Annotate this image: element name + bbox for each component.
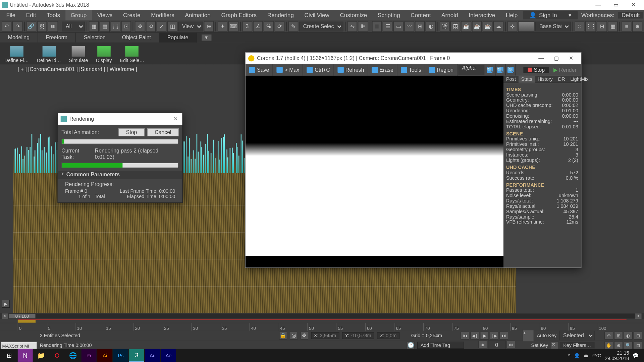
- ribbon-tab-freeform[interactable]: Freeform: [38, 33, 76, 43]
- goto-end-button[interactable]: ⏭: [500, 331, 508, 340]
- move-button[interactable]: ✥: [135, 21, 145, 32]
- corona-render-btn[interactable]: ▶ Render: [549, 67, 581, 73]
- nav-2-button[interactable]: ⊞: [614, 331, 623, 340]
- common-parameters-header[interactable]: Common Parameters: [58, 171, 182, 179]
- menu-create[interactable]: Create: [118, 10, 146, 20]
- corona-maximize-button[interactable]: ▢: [549, 54, 563, 62]
- menu-edit[interactable]: Edit: [21, 10, 41, 20]
- key-mode-selector[interactable]: Selected: [559, 331, 595, 341]
- tray-lang[interactable]: РУС: [591, 353, 601, 358]
- corona-tools-btn[interactable]: Tools: [397, 64, 425, 75]
- menu-grapheditors[interactable]: Graph Editors: [216, 10, 262, 20]
- time-slider[interactable]: < 0 / 100 >: [0, 313, 644, 319]
- workspace-selector[interactable]: Default: [618, 12, 643, 18]
- setkey-button[interactable]: Set Key: [529, 343, 550, 348]
- ribbon-define-idle[interactable]: Define Id…: [34, 44, 64, 63]
- corona-save-btn[interactable]: Save: [246, 64, 273, 75]
- corona-refresh-btn[interactable]: Refresh: [334, 64, 368, 75]
- expand-scene-explorer-button[interactable]: ▶: [2, 300, 10, 308]
- autokey-button[interactable]: Auto Key: [535, 333, 558, 338]
- close-button[interactable]: ✕: [625, 0, 642, 10]
- window-crossing-button[interactable]: ⊡: [121, 21, 131, 32]
- lock-selection-button[interactable]: 🔒: [279, 331, 287, 340]
- corona-channel-selector[interactable]: Alpha: [459, 65, 484, 75]
- menu-rendering[interactable]: Rendering: [262, 10, 299, 20]
- mirror-button[interactable]: ⇋: [347, 21, 357, 32]
- corona-render-view[interactable]: [246, 76, 503, 267]
- timeslider-prev-button[interactable]: <: [2, 313, 8, 319]
- corona-close-button[interactable]: ✕: [564, 54, 578, 62]
- corona-tab-post[interactable]: Post: [503, 76, 519, 83]
- toggle-ribbon-button[interactable]: ▭: [393, 21, 403, 32]
- play-button[interactable]: ▶: [480, 331, 489, 340]
- edit-named-sel[interactable]: ✎: [288, 21, 298, 32]
- ribbon-define-flow[interactable]: Define Fl…: [2, 44, 31, 63]
- select-object-button[interactable]: ▦: [89, 21, 99, 32]
- corona-zoom-fit-btn[interactable]: 🔍: [505, 64, 516, 75]
- taskbar-illustrator[interactable]: Ai: [97, 349, 112, 362]
- ribbon-edit-sel[interactable]: Edit Sele…: [117, 44, 147, 63]
- rendered-frame-button[interactable]: 🖼: [450, 21, 460, 32]
- set-key-button[interactable]: +: [523, 330, 534, 341]
- layers-plus-icon[interactable]: ⊕: [632, 21, 642, 32]
- corona-ctrlc-btn[interactable]: Ctrl+C: [303, 64, 334, 75]
- render-button[interactable]: ☕: [461, 21, 471, 32]
- rendering-dialog-titlebar[interactable]: Rendering ✕: [58, 113, 182, 125]
- taskbar-aftereffects[interactable]: Ae: [161, 349, 176, 362]
- nav-3-button[interactable]: ◐: [624, 331, 633, 340]
- menu-modifiers[interactable]: Modifiers: [146, 10, 179, 20]
- grid-2-button[interactable]: ⋮⋮: [586, 21, 596, 32]
- manipulate-button[interactable]: ✦: [218, 21, 227, 32]
- rotate-button[interactable]: ⟲: [146, 21, 156, 32]
- corona-minimize-button[interactable]: —: [534, 54, 548, 62]
- menu-civilview[interactable]: Civil View: [299, 10, 335, 20]
- corona-tab-history[interactable]: History: [535, 76, 555, 83]
- trackbar[interactable]: [18, 319, 627, 323]
- menu-interactive[interactable]: Interactive: [463, 10, 500, 20]
- menu-views[interactable]: Views: [92, 10, 118, 20]
- ribbon-collapse-button[interactable]: ▾: [201, 34, 212, 41]
- maximize-viewport-button[interactable]: ⊡: [634, 341, 642, 349]
- ribbon-tab-objectpaint[interactable]: Object Paint: [114, 33, 159, 43]
- layer-explorer-button[interactable]: ☰: [383, 21, 392, 32]
- nav-1-button[interactable]: ⊕: [604, 331, 613, 340]
- taskbar-chrome[interactable]: 🌐: [65, 349, 80, 362]
- redo-button[interactable]: ↷: [12, 21, 22, 32]
- menu-tools[interactable]: Tools: [41, 10, 65, 20]
- menu-content[interactable]: Content: [405, 10, 436, 20]
- rect-select-button[interactable]: ⬚: [110, 21, 120, 32]
- ribbon-tab-populate[interactable]: Populate: [159, 33, 197, 43]
- taskbar-explorer[interactable]: 📁: [34, 349, 49, 362]
- corona-region-btn[interactable]: Region: [425, 64, 458, 75]
- keyfilters-button[interactable]: Key Filters…: [560, 342, 595, 348]
- taskbar-audition[interactable]: Au: [145, 349, 160, 362]
- stop-button[interactable]: Stop: [118, 128, 144, 136]
- orbit-button[interactable]: ⊕: [614, 341, 623, 349]
- timeslider-track[interactable]: 0 / 100: [9, 314, 635, 318]
- ribbon-display[interactable]: Display: [93, 44, 114, 63]
- spinner-snap[interactable]: ⟳: [275, 21, 284, 32]
- taskbar-premiere[interactable]: Pr: [82, 349, 97, 362]
- start-button[interactable]: ⊞: [2, 349, 17, 362]
- prev-key-button[interactable]: ⏮: [478, 341, 487, 349]
- unlink-button[interactable]: ⛓: [37, 21, 47, 32]
- goto-start-button[interactable]: ⏮: [461, 331, 470, 340]
- corona-tomax-btn[interactable]: > Max: [273, 64, 303, 75]
- undo-button[interactable]: ↶: [2, 21, 11, 32]
- material-editor-button[interactable]: ◐: [426, 21, 435, 32]
- timeslider-handle[interactable]: 0 / 100: [9, 314, 35, 318]
- minimize-button[interactable]: —: [589, 0, 607, 10]
- corona-titlebar[interactable]: Corona 1.7 (hotfix 4) | 1536×1167px (1:2…: [246, 53, 581, 64]
- select-name-button[interactable]: ▤: [100, 21, 109, 32]
- taskbar-3dsmax[interactable]: 3: [129, 349, 144, 362]
- corona-zoom-out-btn[interactable]: 🔍: [495, 64, 505, 75]
- keyboard-shortcut-button[interactable]: ⌨: [228, 21, 238, 32]
- percent-snap[interactable]: %: [264, 21, 273, 32]
- bind-button[interactable]: ≋: [48, 21, 58, 32]
- align-button[interactable]: ⊫: [358, 21, 368, 32]
- corona-stop-btn[interactable]: Stop: [523, 67, 549, 73]
- nav-4-button[interactable]: ⊡: [634, 331, 642, 340]
- menu-help[interactable]: Help: [500, 10, 523, 20]
- snap-toggle[interactable]: 3: [242, 21, 252, 32]
- taskbar-opera[interactable]: O: [50, 349, 65, 362]
